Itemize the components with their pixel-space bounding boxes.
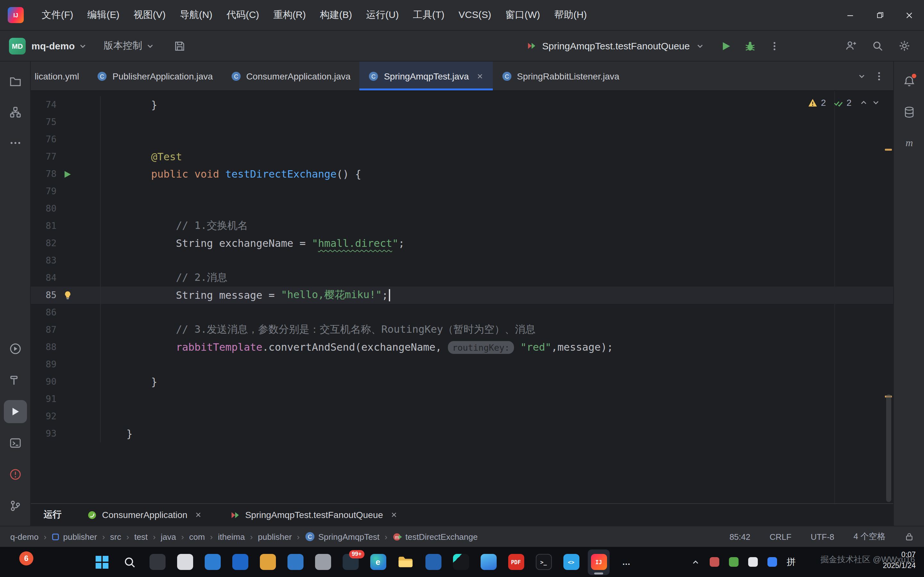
code-line[interactable]: 77 @Test — [31, 148, 893, 165]
photos-app-icon[interactable] — [146, 549, 168, 575]
prev-problem-icon[interactable] — [859, 98, 868, 107]
start-button[interactable] — [91, 549, 113, 575]
run-tab-testfanoutqueue[interactable]: SpringAmqpTest.testFanoutQueue — [230, 510, 398, 520]
menubar-item[interactable]: 文件(F) — [35, 6, 79, 24]
gallery-app-icon[interactable] — [477, 549, 499, 575]
menubar-item[interactable]: 运行(U) — [360, 6, 405, 24]
close-button[interactable] — [895, 0, 924, 30]
code-line[interactable]: 90 } — [31, 373, 893, 390]
line-number[interactable]: 84 — [31, 269, 57, 287]
line-number[interactable]: 81 — [31, 218, 57, 235]
breadcrumb-item[interactable]: src — [110, 532, 121, 542]
code-line[interactable]: 88 rabbitTemplate.convertAndSend(exchang… — [31, 338, 893, 356]
tray-icon-3[interactable] — [748, 557, 758, 567]
code-line[interactable]: 79 — [31, 183, 893, 200]
menubar-item[interactable]: 编辑(E) — [81, 6, 126, 24]
vcs-widget[interactable]: 版本控制 — [103, 40, 154, 52]
more-apps-icon[interactable]: … — [615, 549, 637, 575]
line-separator[interactable]: CRLF — [770, 532, 792, 542]
tab-spring-rabbit-listener[interactable]: CSpringRabbitListener.java — [493, 61, 628, 90]
breadcrumb-item[interactable]: CSpringAmqpTest — [305, 532, 380, 542]
run-tab-consumer-application[interactable]: ConsumerApplication — [87, 510, 202, 520]
breadcrumb-item[interactable]: publisher — [258, 532, 292, 542]
search-button[interactable] — [119, 549, 141, 575]
maven-tool-icon[interactable]: m — [897, 131, 921, 155]
camera-app-icon[interactable] — [202, 549, 223, 575]
code-line[interactable]: 84 // 2.消息 — [31, 269, 893, 287]
notification-count-badge[interactable]: 6 — [19, 551, 33, 566]
code-line[interactable]: 87 // 3.发送消息，参数分别是：交互机名称、RoutingKey（暂时为空… — [31, 321, 893, 338]
menubar-item[interactable]: 视图(V) — [127, 6, 172, 24]
breadcrumb-item[interactable]: test — [134, 532, 148, 542]
breadcrumb-item[interactable]: itheima — [218, 532, 245, 542]
line-number[interactable]: 77 — [31, 148, 57, 165]
code-line[interactable]: 82 String exchangeName = "hmall.direct"; — [31, 235, 893, 252]
line-number[interactable]: 93 — [31, 425, 57, 442]
intellij-app-icon[interactable]: IJ — [588, 549, 610, 575]
notifications-icon[interactable] — [897, 70, 921, 93]
media-app-icon[interactable] — [257, 549, 278, 575]
more-tool-windows-icon[interactable] — [3, 131, 27, 155]
inspections-widget[interactable]: 2 2 — [808, 97, 880, 108]
tab-options-icon[interactable] — [874, 71, 884, 81]
tray-icon-2[interactable] — [729, 557, 738, 567]
minimize-button[interactable] — [835, 0, 865, 30]
code-line[interactable]: 93} — [31, 425, 893, 442]
line-number[interactable]: 91 — [31, 390, 57, 408]
menubar-item[interactable]: 重构(R) — [267, 6, 312, 24]
line-number[interactable]: 75 — [31, 113, 57, 131]
tray-expand-icon[interactable] — [691, 558, 700, 566]
line-number[interactable]: 88 — [31, 338, 57, 356]
menubar-item[interactable]: 导航(N) — [173, 6, 219, 24]
run-gutter-icon[interactable] — [57, 165, 78, 183]
tab-publisher-application[interactable]: CPublisherApplication.java — [88, 61, 222, 90]
menubar-item[interactable]: 代码(C) — [220, 6, 266, 24]
file-explorer-icon[interactable] — [395, 549, 417, 575]
caret-position[interactable]: 85:42 — [730, 532, 750, 542]
line-number[interactable]: 80 — [31, 200, 57, 218]
code-line[interactable]: 74 } — [31, 96, 893, 113]
pdf-app-icon[interactable]: PDF — [505, 549, 527, 575]
intention-bulb-icon[interactable] — [57, 287, 78, 304]
menubar-item[interactable]: 构建(B) — [313, 6, 359, 24]
code-line[interactable]: 83 — [31, 252, 893, 269]
services-tool-icon[interactable] — [3, 337, 27, 360]
problems-tool-icon[interactable] — [3, 463, 27, 486]
code-line[interactable]: 76 — [31, 131, 893, 148]
editor-scrollbar[interactable] — [886, 394, 891, 502]
video-app-icon[interactable] — [422, 549, 444, 575]
project-tool-icon[interactable] — [3, 70, 27, 93]
run-panel-title[interactable]: 运行 — [44, 509, 61, 521]
stripe-mark[interactable] — [885, 149, 892, 151]
store-app-icon[interactable] — [229, 549, 251, 575]
mail-app-icon[interactable] — [174, 549, 196, 575]
version-control-tool-icon[interactable] — [3, 494, 27, 517]
line-number[interactable]: 79 — [31, 183, 57, 200]
run-tool-icon[interactable] — [3, 400, 27, 423]
next-problem-icon[interactable] — [871, 98, 880, 107]
hidden-tabs-chevron-icon[interactable] — [857, 71, 866, 81]
maximize-button[interactable] — [865, 0, 895, 30]
clip-app-icon[interactable] — [450, 549, 472, 575]
tab-consumer-application[interactable]: CConsumerApplication.java — [222, 61, 359, 90]
save-all-icon[interactable] — [170, 36, 189, 55]
terminal-app-icon[interactable]: >_ — [533, 549, 554, 575]
menubar-item[interactable]: 窗口(W) — [499, 6, 546, 24]
line-number[interactable]: 89 — [31, 356, 57, 373]
line-number[interactable]: 78 — [31, 165, 57, 183]
tray-icon-1[interactable] — [710, 557, 719, 567]
line-number[interactable]: 83 — [31, 252, 57, 269]
indent-style[interactable]: 4 个空格 — [853, 531, 885, 542]
line-number[interactable]: 86 — [31, 304, 57, 321]
more-actions-icon[interactable] — [765, 36, 784, 55]
code-line[interactable]: 78 public void testDirectExchange() { — [31, 165, 893, 183]
file-lock-icon[interactable] — [905, 532, 914, 541]
breadcrumb-item[interactable]: q-demo — [10, 532, 39, 542]
code-line[interactable]: 89 — [31, 356, 893, 373]
settings-app-icon[interactable] — [312, 549, 334, 575]
code-editor[interactable]: 74 }757677 @Test78 public void testDirec… — [31, 91, 893, 503]
taskbar-clock[interactable]: 0:07 2025/1/24 — [883, 550, 916, 571]
code-line[interactable]: 91 — [31, 390, 893, 408]
tab-application-yml[interactable]: lication.yml — [31, 61, 88, 90]
breadcrumb-item[interactable]: publisher — [52, 532, 97, 542]
